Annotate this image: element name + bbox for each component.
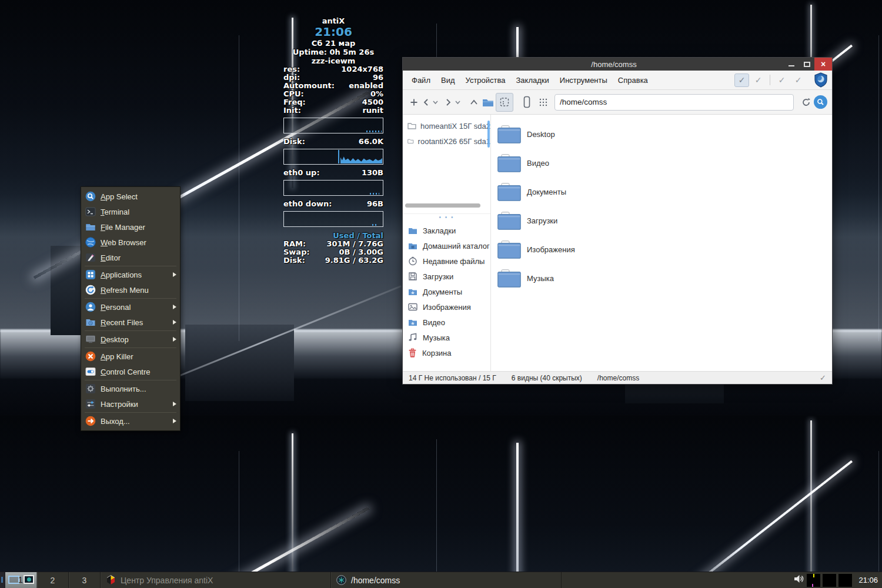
bookmark-trash[interactable]: Корзина bbox=[403, 345, 490, 360]
vertical-scrollbar[interactable] bbox=[487, 121, 490, 148]
folder-item-desktop[interactable]: Desktop bbox=[491, 120, 832, 149]
menu-file[interactable]: Файл bbox=[406, 71, 436, 90]
desktop: antiX 21:06 Сб 21 мар Uptime: 0h 5m 26s … bbox=[0, 0, 882, 588]
grid-view-icon[interactable] bbox=[537, 94, 550, 111]
workspace-3-button[interactable]: 3 bbox=[69, 572, 101, 588]
bookmark-pictures[interactable]: Изображения bbox=[403, 299, 490, 315]
menu-item-control-centre[interactable]: Control Centre bbox=[81, 364, 180, 379]
task-file-manager[interactable]: /home/comss bbox=[331, 572, 562, 588]
device-item[interactable]: homeantiX 15Г sda2 bbox=[403, 118, 490, 133]
task-control-centre[interactable]: Центр Управления antiX bbox=[101, 572, 331, 588]
menu-item-app-killer[interactable]: App Killer bbox=[81, 349, 180, 364]
bookmark-icon[interactable] bbox=[520, 94, 533, 111]
folder-icon bbox=[497, 212, 521, 230]
new-tab-button[interactable] bbox=[407, 94, 420, 111]
folder-item-documents[interactable]: Документы bbox=[491, 178, 832, 206]
submenu-arrow-icon bbox=[173, 337, 176, 342]
menu-item-app-select[interactable]: App Select bbox=[81, 189, 180, 204]
menu-item-settings[interactable]: Настройки bbox=[81, 396, 180, 412]
folder-item-downloads[interactable]: Загрузки bbox=[491, 206, 832, 235]
bookmark-videos[interactable]: Видео bbox=[403, 315, 490, 330]
panel-toggle-2-button[interactable]: ✓ bbox=[751, 74, 766, 87]
menu-item-applications[interactable]: Applications bbox=[81, 267, 180, 282]
close-button[interactable]: × bbox=[814, 58, 832, 71]
conky-distro: antiX bbox=[283, 16, 383, 25]
minimize-button[interactable] bbox=[784, 58, 799, 71]
back-button[interactable] bbox=[422, 94, 430, 111]
search-button[interactable] bbox=[814, 95, 827, 109]
file-list[interactable]: Desktop Видео Документы Загрузки Изображ… bbox=[491, 115, 832, 371]
apps-grid-icon bbox=[85, 269, 96, 280]
terminal-icon bbox=[85, 206, 96, 217]
home-button[interactable] bbox=[482, 94, 495, 111]
device-item[interactable]: rootantiX26 65Г sda1 bbox=[403, 133, 490, 149]
bookmark-bookmarks[interactable]: Закладки bbox=[403, 223, 490, 238]
wallpaper-scene bbox=[0, 416, 882, 572]
menu-item-recent-files[interactable]: Recent Files bbox=[81, 315, 180, 330]
forward-history-button[interactable] bbox=[453, 94, 462, 111]
conky-time: 21:06 bbox=[283, 25, 383, 39]
reload-button[interactable] bbox=[800, 94, 813, 111]
mini-window-icon bbox=[24, 575, 34, 584]
sidebar: homeantiX 15Г sda2 rootantiX26 65Г sda1 … bbox=[403, 115, 491, 371]
kill-icon bbox=[85, 351, 96, 362]
menu-item-personal[interactable]: Personal bbox=[81, 299, 180, 315]
folder-item-pictures[interactable]: Изображения bbox=[491, 235, 832, 264]
path-input[interactable] bbox=[554, 94, 794, 111]
menu-item-logout[interactable]: Выход... bbox=[81, 413, 180, 429]
folder-icon bbox=[497, 183, 521, 201]
menu-view[interactable]: Вид bbox=[436, 71, 460, 90]
search-icon bbox=[85, 191, 96, 202]
conky-uptime: Uptime: 0h 5m 26s bbox=[283, 48, 383, 56]
pane-splitter[interactable]: • • • bbox=[403, 213, 490, 220]
refresh-icon bbox=[85, 285, 96, 295]
close-icon: × bbox=[821, 59, 826, 69]
bookmark-recent[interactable]: Недавние файлы bbox=[403, 253, 490, 269]
title-bar[interactable]: /home/comss × bbox=[403, 58, 832, 71]
window-title: /home/comss bbox=[403, 60, 784, 69]
panel-toggle-3-button[interactable]: ✓ bbox=[774, 74, 789, 87]
menu-separator bbox=[85, 348, 176, 348]
back-history-button[interactable] bbox=[431, 94, 439, 111]
horizontal-scrollbar[interactable] bbox=[405, 203, 480, 208]
antix-logo-icon bbox=[106, 575, 116, 585]
globe-icon bbox=[85, 237, 96, 248]
conky-value: 0% bbox=[370, 90, 383, 98]
select-tool-button[interactable] bbox=[496, 93, 513, 112]
menu-item-terminal[interactable]: Terminal bbox=[81, 204, 180, 219]
menu-item-desktop[interactable]: Desktop bbox=[81, 332, 180, 347]
menu-item-file-manager[interactable]: File Manager bbox=[81, 219, 180, 235]
bookmark-home[interactable]: Домашний каталог bbox=[403, 238, 490, 253]
menu-devices[interactable]: Устройства bbox=[460, 71, 511, 90]
taskbar-edge-button[interactable] bbox=[0, 572, 5, 588]
conky-value: 0B / 3.00G bbox=[339, 248, 384, 256]
check-icon: ✓ bbox=[795, 75, 802, 85]
conky-label: CPU: bbox=[283, 90, 304, 98]
eth0-down-graph bbox=[283, 211, 383, 227]
conky-monitor: antiX 21:06 Сб 21 мар Uptime: 0h 5m 26s … bbox=[283, 16, 383, 265]
net-monitor-applet bbox=[807, 574, 820, 587]
volume-icon[interactable] bbox=[793, 574, 804, 586]
panel-toggle-4-button[interactable]: ✓ bbox=[791, 74, 806, 87]
up-button[interactable] bbox=[467, 94, 480, 111]
workspace-1-button[interactable]: 1 bbox=[5, 572, 37, 588]
menu-bookmarks[interactable]: Закладки bbox=[511, 71, 554, 90]
home-folder-icon bbox=[408, 242, 417, 250]
menu-tools[interactable]: Инструменты bbox=[554, 71, 613, 90]
maximize-button[interactable] bbox=[799, 58, 814, 71]
folder-item-video[interactable]: Видео bbox=[491, 149, 832, 178]
bookmark-music[interactable]: Музыка bbox=[403, 330, 490, 345]
menu-item-editor[interactable]: Editor bbox=[81, 250, 180, 265]
forward-button[interactable] bbox=[444, 94, 452, 111]
menu-item-run[interactable]: Выполнить... bbox=[81, 381, 180, 396]
bookmark-downloads[interactable]: Загрузки bbox=[403, 269, 490, 284]
menu-item-refresh-menu[interactable]: Refresh Menu bbox=[81, 282, 180, 298]
panel-toggle-1-button[interactable]: ✓ bbox=[734, 74, 749, 87]
menu-help[interactable]: Справка bbox=[613, 71, 653, 90]
bookmark-documents[interactable]: Документы bbox=[403, 284, 490, 299]
conky-label: dpi: bbox=[283, 74, 300, 82]
folder-item-music[interactable]: Музыка bbox=[491, 264, 832, 293]
workspace-2-button[interactable]: 2 bbox=[37, 572, 69, 588]
cpu-graph bbox=[283, 118, 383, 133]
menu-item-web-browser[interactable]: Web Browser bbox=[81, 235, 180, 250]
